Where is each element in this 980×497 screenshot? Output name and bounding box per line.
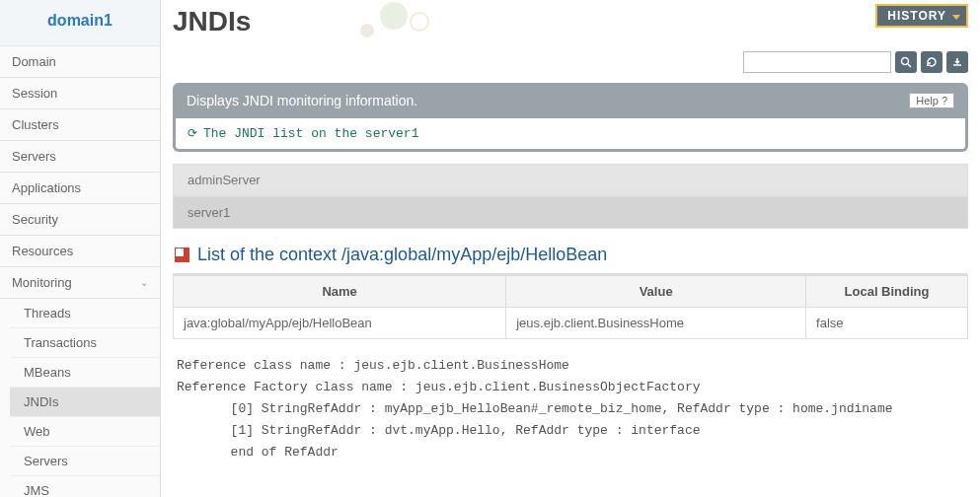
- col-name: Name: [174, 276, 506, 308]
- search-bar: [173, 47, 980, 83]
- jndi-table: Name Value Local Binding java:global/myA…: [173, 275, 968, 339]
- monitoring-submenu: Threads Transactions MBeans JNDIs Web Se…: [10, 299, 160, 497]
- cell-local: false: [806, 308, 968, 339]
- nav-transactions[interactable]: Transactions: [10, 328, 160, 358]
- export-icon[interactable]: [946, 51, 968, 73]
- nav-clusters[interactable]: Clusters: [0, 109, 160, 141]
- info-body: ⟳ The JNDI list on the server1: [173, 118, 968, 152]
- page-title-text: JNDIs: [173, 6, 251, 36]
- nav-security[interactable]: Security: [0, 204, 160, 236]
- svg-line-1: [908, 64, 911, 67]
- nav-servers[interactable]: Servers: [0, 141, 160, 173]
- section-title-text: List of the context /java:global/myApp/e…: [197, 245, 607, 265]
- chevron-down-icon: ⌄: [140, 277, 148, 288]
- nav-session[interactable]: Session: [0, 78, 160, 109]
- server-tabs: adminServer server1: [173, 164, 968, 229]
- page-title: JNDIs: [173, 0, 980, 47]
- table-row[interactable]: java:global/myApp/ejb/HelloBean jeus.ejb…: [174, 308, 968, 339]
- refresh-page-icon[interactable]: [921, 51, 942, 73]
- nav-resources[interactable]: Resources: [0, 236, 160, 267]
- list-icon: [175, 248, 189, 262]
- nav-web[interactable]: Web: [10, 417, 160, 447]
- info-panel: Displays JNDI monitoring information. He…: [173, 83, 968, 152]
- help-icon: ?: [942, 95, 947, 106]
- nav-applications[interactable]: Applications: [0, 173, 160, 204]
- decorative-bubbles: [252, 0, 429, 39]
- nav-jndis[interactable]: JNDIs: [10, 388, 160, 417]
- nav-jms[interactable]: JMS: [10, 476, 160, 497]
- nav-threads[interactable]: Threads: [10, 299, 160, 328]
- refresh-icon: ⟳: [188, 126, 197, 141]
- main-content: HISTORY JNDIs Displays JNDI monitoring i…: [161, 0, 980, 497]
- sidebar: domain1 Domain Session Clusters Servers …: [0, 0, 161, 497]
- nav-domain[interactable]: Domain: [0, 46, 160, 78]
- cell-name: java:global/myApp/ejb/HelloBean: [174, 308, 506, 339]
- reference-details: Reference class name : jeus.ejb.client.B…: [173, 339, 980, 463]
- nav-mbeans[interactable]: MBeans: [10, 358, 160, 388]
- cell-value: jeus.ejb.client.BusinessHome: [506, 308, 806, 339]
- section-title: List of the context /java:global/myApp/e…: [173, 237, 968, 275]
- nav-monitoring-label: Monitoring: [12, 275, 72, 290]
- help-button[interactable]: Help ?: [909, 93, 954, 108]
- info-header: Displays JNDI monitoring information. He…: [173, 83, 968, 118]
- search-input[interactable]: [743, 51, 891, 73]
- search-icon[interactable]: [895, 51, 917, 73]
- nav-servers-sub[interactable]: Servers: [10, 447, 160, 476]
- col-local-binding: Local Binding: [806, 276, 968, 308]
- svg-point-0: [902, 58, 909, 65]
- col-value: Value: [506, 276, 806, 308]
- tab-adminserver[interactable]: adminServer: [173, 164, 968, 196]
- info-message: The JNDI list on the server1: [203, 126, 418, 141]
- info-desc: Displays JNDI monitoring information.: [187, 93, 417, 108]
- domain-name[interactable]: domain1: [0, 0, 160, 46]
- nav-monitoring[interactable]: Monitoring ⌄: [0, 267, 160, 299]
- tab-server1[interactable]: server1: [173, 196, 968, 229]
